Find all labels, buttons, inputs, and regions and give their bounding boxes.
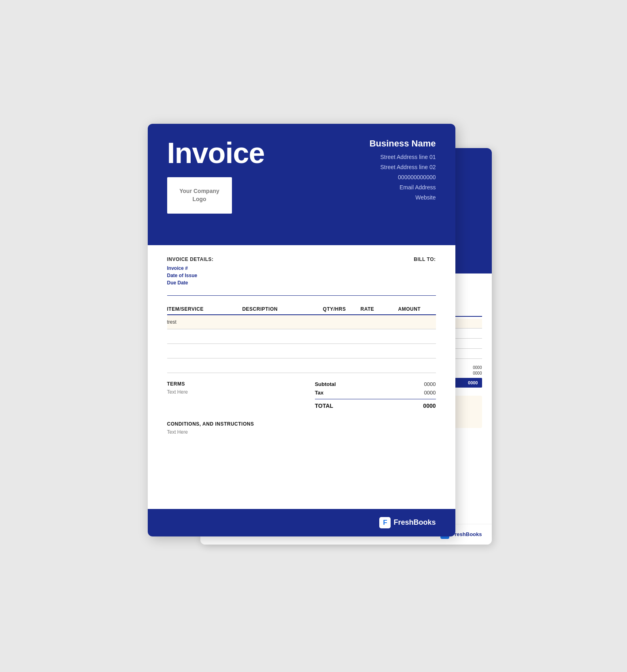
table-row [167,329,436,344]
tax-label: Tax [315,390,323,396]
address-line2: Street Address line 02 [370,162,436,172]
table-row [167,358,436,373]
cell-desc [242,344,323,358]
section-divider [167,295,436,296]
table-header-row: ITEM/SERVICE DESCRIPTION QTY/HRS RATE AM… [167,304,436,315]
invoice-details-label: INVOICE DETAILS: [167,257,214,262]
due-date-label: Due Date [167,280,214,286]
logo-line1: Your Company [179,188,219,194]
terms-text: Text Here [167,389,288,395]
business-name: Business Name [370,138,436,149]
logo-text: Your Company Logo [179,187,219,203]
front-header: Invoice Your Company Logo Business Name … [148,124,455,245]
tax-row: Tax 0000 [315,390,436,396]
terms-col: TERMS Text Here [167,381,288,409]
bill-to-label: BILL TO: [414,257,436,287]
front-footer: F FreshBooks [148,509,455,536]
cell-item: trest [167,315,242,329]
table-row [167,344,436,358]
cell-item [167,329,242,344]
cell-amount [398,358,436,373]
cell-rate [361,329,398,344]
cell-amount [398,344,436,358]
tax-value: 0000 [424,390,436,396]
cell-desc [242,329,323,344]
cell-rate [361,315,398,329]
front-brand-name: FreshBooks [393,518,436,527]
col-desc-header: DESCRIPTION [242,304,323,315]
back-brand-name: FreshBooks [451,531,482,537]
front-body: INVOICE DETAILS: Invoice # Date of Issue… [148,245,455,447]
terms-totals-section: TERMS Text Here Subtotal 0000 Tax 0000 T… [167,381,436,409]
header-left: Invoice Your Company Logo [167,138,265,214]
subtotal-value: 0000 [424,381,436,387]
back-tax-value: 0000 [473,371,482,375]
total-value: 0000 [423,403,436,409]
back-total-value: 0000 [468,380,478,385]
col-qty-header: QTY/HRS [323,304,361,315]
cell-amount [398,329,436,344]
cell-rate [361,344,398,358]
col-rate-header: RATE [361,304,398,315]
cell-rate [361,358,398,373]
header-right: Business Name Street Address line 01 Str… [370,138,436,203]
conditions-section: CONDITIONS, AND INSTRUCTIONS Text Here [167,421,436,435]
col-item-header: ITEM/SERVICE [167,304,242,315]
date-issue-label: Date of Issue [167,273,214,278]
totals-divider [315,399,436,399]
cell-qty [323,329,361,344]
cell-desc [242,315,323,329]
invoice-details-left: INVOICE DETAILS: Invoice # Date of Issue… [167,257,214,287]
total-row: TOTAL 0000 [315,403,436,409]
total-label: TOTAL [315,403,333,409]
address-line1: Street Address line 01 [370,152,436,162]
cell-item [167,358,242,373]
email: Email Address [370,182,436,193]
subtotal-label: Subtotal [315,381,336,387]
freshbooks-icon-front: F [379,517,391,528]
website: Website [370,193,436,203]
items-table: ITEM/SERVICE DESCRIPTION QTY/HRS RATE AM… [167,304,436,373]
phone: 000000000000 [370,172,436,182]
invoice-num-label: Invoice # [167,265,214,271]
cell-qty [323,315,361,329]
cell-amount [398,315,436,329]
logo-box: Your Company Logo [167,177,232,214]
col-amount-header: AMOUNT [398,304,436,315]
invoice-info-section: INVOICE DETAILS: Invoice # Date of Issue… [167,257,436,287]
cell-item [167,344,242,358]
business-details: Street Address line 01 Street Address li… [370,152,436,203]
table-row: trest [167,315,436,329]
invoice-title: Invoice [167,138,265,167]
freshbooks-logo-front: F FreshBooks [379,517,436,528]
cell-qty [323,344,361,358]
subtotal-row: Subtotal 0000 [315,381,436,387]
terms-label: TERMS [167,381,288,387]
back-subtotal-value: 0000 [473,365,482,370]
invoice-front-card: Invoice Your Company Logo Business Name … [148,124,455,536]
logo-line2: Logo [192,196,206,202]
invoice-scene: INVOICE DETAILS: Invoice # 0000 Date of … [148,124,480,549]
conditions-label: CONDITIONS, AND INSTRUCTIONS [167,421,436,427]
totals-col: Subtotal 0000 Tax 0000 TOTAL 0000 [315,381,436,409]
cell-desc [242,358,323,373]
cell-qty [323,358,361,373]
conditions-text: Text Here [167,429,436,435]
